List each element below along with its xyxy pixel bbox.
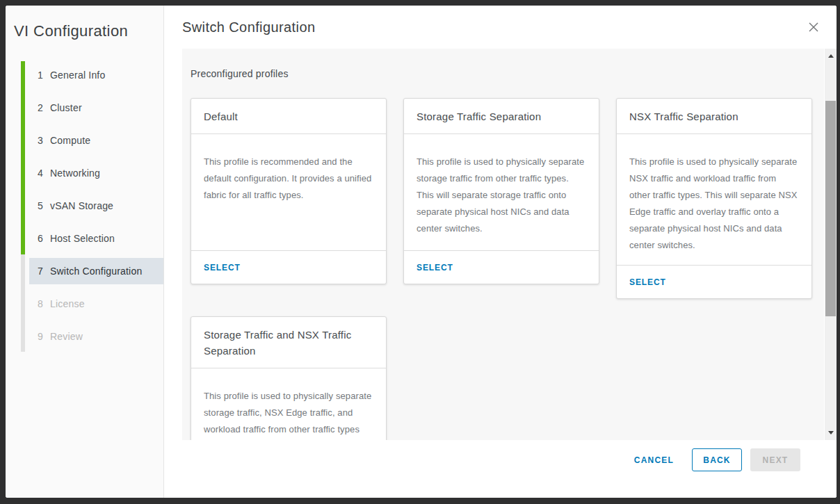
step-number: 1 [38,70,47,81]
sidebar-step-review: 9 Review [29,320,163,352]
select-button[interactable]: SELECT [629,277,666,287]
scrollable-content: Preconfigured profiles Default This prof… [164,49,837,440]
sidebar-step-vsan-storage[interactable]: 5 vSAN Storage [29,189,163,222]
card-description: This profile is used to physically separ… [617,134,811,265]
sidebar-step-general-info[interactable]: 1 General Info [29,58,163,91]
step-label: General Info [50,70,105,81]
page-header: Switch Configuration [164,6,837,49]
step-label: Switch Configuration [50,266,142,277]
sidebar-step-switch-configuration[interactable]: 7 Switch Configuration [29,254,163,287]
card-description: This profile is used to physically separ… [404,134,599,250]
section-label: Preconfigured profiles [191,68,816,79]
step-label: Review [50,331,83,342]
scrollbar-thumb[interactable] [825,101,836,316]
back-button[interactable]: BACK [692,448,742,471]
step-label: Cluster [50,102,82,113]
step-label: License [50,298,85,309]
card-action-bar: SELECT [191,250,386,284]
step-number: 9 [38,331,47,342]
card-title: Storage Traffic Separation [404,99,599,134]
card-description: This profile is used to physically separ… [191,368,386,440]
profiles-panel: Preconfigured profiles Default This prof… [182,49,824,440]
step-number: 6 [38,233,47,244]
progress-bar [21,61,25,352]
profile-cards-grid: Default This profile is recommended and … [191,98,816,440]
card-action-bar: SELECT [617,265,811,298]
wizard-footer: CANCEL BACK NEXT [164,440,837,498]
select-button[interactable]: SELECT [204,263,241,273]
profile-card-default: Default This profile is recommended and … [191,98,387,284]
scroll-up-icon[interactable] [825,50,837,62]
profile-card-nsx-traffic-separation: NSX Traffic Separation This profile is u… [616,98,812,299]
step-label: Host Selection [50,233,115,244]
next-button[interactable]: NEXT [750,448,800,471]
select-button[interactable]: SELECT [417,263,453,273]
vertical-scrollbar[interactable] [825,49,837,440]
step-number: 4 [38,168,47,179]
progress-bar-completed [21,61,25,254]
step-number: 8 [38,298,47,309]
card-description: This profile is recommended and the defa… [191,134,386,250]
profile-card-storage-and-nsx-traffic-separation: Storage Traffic and NSX Traffic Separati… [191,316,387,440]
scroll-down-icon[interactable] [825,427,837,439]
card-title: NSX Traffic Separation [617,99,811,134]
step-number: 2 [38,102,47,113]
page-title: Switch Configuration [182,19,315,35]
step-number: 5 [38,200,47,211]
sidebar-step-license: 8 License [29,287,163,320]
step-label: Networking [50,168,100,179]
vi-configuration-dialog: VI Configuration 1 General Info 2 Cluste… [6,6,837,498]
card-title: Storage Traffic and NSX Traffic Separati… [191,317,386,368]
cancel-button[interactable]: CANCEL [624,448,684,471]
wizard-title: VI Configuration [6,6,163,40]
step-number: 7 [38,266,47,277]
step-label: Compute [50,135,90,146]
close-icon[interactable] [805,18,823,36]
sidebar-step-compute[interactable]: 3 Compute [29,124,163,156]
sidebar-step-networking[interactable]: 4 Networking [29,156,163,189]
wizard-steps: 1 General Info 2 Cluster 3 Compute 4 [6,58,163,352]
step-number: 3 [38,135,47,146]
wizard-sidebar: VI Configuration 1 General Info 2 Cluste… [6,6,164,498]
step-label: vSAN Storage [50,200,113,211]
wizard-main: Switch Configuration Preconfigured profi… [164,6,837,498]
progress-bar-remaining [21,254,25,352]
sidebar-step-host-selection[interactable]: 6 Host Selection [29,222,163,254]
card-title: Default [191,99,386,134]
card-action-bar: SELECT [404,250,599,284]
sidebar-step-cluster[interactable]: 2 Cluster [29,91,163,124]
profile-card-storage-traffic-separation: Storage Traffic Separation This profile … [403,98,599,284]
